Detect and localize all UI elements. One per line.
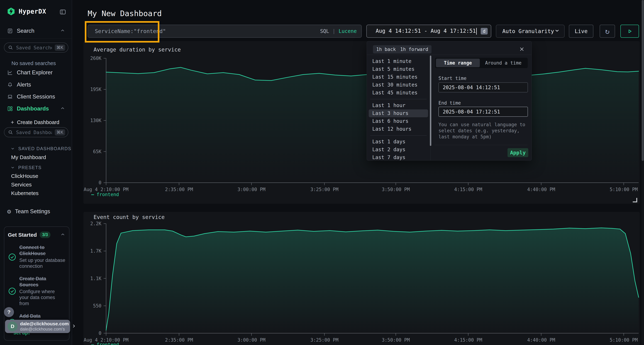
- legend-series-name: frontend: [96, 342, 119, 345]
- preset-link-label: Services: [11, 182, 32, 188]
- time-range-option[interactable]: Last 7 days: [367, 154, 430, 161]
- scrollbar-thumb[interactable]: [642, 0, 644, 161]
- time-range-option[interactable]: Last 1 minute: [367, 57, 430, 65]
- run-query-button[interactable]: [620, 25, 639, 38]
- sidebar-item-label: Alerts: [17, 81, 31, 88]
- y-axis-tick-label: 130K: [83, 117, 102, 123]
- chevron-right-icon: [71, 323, 76, 330]
- y-axis-tick-label: 0: [83, 330, 102, 336]
- query-input[interactable]: ServiceName:"frontend" SQL | Lucene: [88, 25, 362, 38]
- time-range-option[interactable]: Last 3 hours: [369, 109, 428, 117]
- sidebar-item-chart-explorer[interactable]: Chart Explorer: [0, 68, 72, 77]
- brand[interactable]: HyperDX: [7, 7, 46, 16]
- time-range-option[interactable]: Last 5 minutes: [367, 65, 430, 73]
- brand-name: HyperDX: [18, 8, 46, 15]
- saved-dashboards-search[interactable]: ⌘K: [4, 127, 68, 137]
- gear-icon: ⚙: [7, 208, 11, 215]
- chart-legend[interactable]: — frontend: [91, 192, 119, 197]
- legend-series-name: frontend: [96, 192, 119, 197]
- time-range-option[interactable]: Last 6 hours: [367, 117, 430, 125]
- close-icon[interactable]: [518, 45, 526, 53]
- search-list-icon: [7, 28, 13, 34]
- shortcut-badge: ⌘K: [55, 129, 65, 135]
- sidebar-collapse-icon[interactable]: [59, 8, 67, 16]
- line-chart: 05501.1K1.7K2.2KAug 4 2:10:00 PM2:35:00 …: [83, 212, 640, 345]
- x-axis-tick-label: Aug 4 2:10:00 PM: [68, 187, 144, 192]
- step-description: Configure where your data comes from: [19, 289, 66, 307]
- sidebar-item-team-settings[interactable]: ⚙ Team Settings: [0, 207, 72, 216]
- get-started-step[interactable]: Connect to ClickHouse Set up your databa…: [8, 245, 66, 269]
- chart-panel-avg-duration[interactable]: Average duration by service 065K130K195K…: [83, 41, 640, 204]
- query-language-toggle[interactable]: SQL | Lucene: [320, 28, 357, 34]
- tab-time-range[interactable]: Time range: [436, 59, 480, 67]
- sidebar-item-my-dashboard[interactable]: My Dashboard: [11, 154, 46, 161]
- time-range-option[interactable]: Last 2 days: [367, 146, 430, 154]
- section-saved-dashboards[interactable]: SAVED DASHBOARDS: [10, 145, 72, 152]
- refresh-button[interactable]: ↻: [600, 25, 615, 38]
- sidebar-item-kubernetes[interactable]: Kubernetes: [11, 190, 38, 197]
- live-button[interactable]: Live: [569, 25, 593, 38]
- account-menu[interactable]: D dale@clickhouse.com dale@clickhouse.co…: [5, 320, 70, 333]
- sidebar-item-label: Search: [17, 28, 34, 34]
- dashboard-link-label: My Dashboard: [11, 154, 46, 160]
- chart-explorer-icon: [7, 70, 13, 75]
- sidebar-item-clickhouse[interactable]: ClickHouse: [11, 172, 38, 180]
- create-dashboard-button[interactable]: + Create Dashboard: [11, 118, 60, 126]
- time-picker-tabs: Time range Around a time: [435, 58, 528, 68]
- search-icon: [8, 130, 13, 135]
- section-presets[interactable]: PRESETS: [10, 164, 42, 171]
- sidebar-item-services[interactable]: Services: [11, 181, 32, 188]
- time-range-list: Last 1 minuteLast 5 minutesLast 15 minut…: [367, 55, 430, 161]
- lucene-toggle[interactable]: Lucene: [339, 28, 357, 34]
- time-range-option[interactable]: Last 30 minutes: [367, 81, 430, 89]
- list-scrollbar[interactable]: [430, 56, 431, 146]
- time-range-option[interactable]: Last 45 minutes: [367, 89, 430, 97]
- time-range-option[interactable]: Last 12 hours: [367, 125, 430, 133]
- step-title: Connect to ClickHouse: [19, 245, 66, 257]
- get-started-step[interactable]: Create Data Sources Configure where your…: [8, 276, 66, 307]
- sidebar-item-dashboards[interactable]: Dashboards: [0, 104, 72, 113]
- saved-dashboards-input[interactable]: [16, 129, 52, 135]
- chevron-up-icon[interactable]: [60, 232, 66, 238]
- x-axis-tick-label: 2:35:00 PM: [142, 187, 217, 192]
- saved-searches-input[interactable]: [16, 45, 52, 50]
- sql-toggle[interactable]: SQL: [320, 28, 329, 34]
- section-title: PRESETS: [18, 165, 42, 170]
- y-axis-tick-label: 1.7K: [83, 248, 102, 254]
- page-scrollbar[interactable]: [642, 0, 644, 345]
- chevron-down-icon: [554, 28, 560, 35]
- sidebar-item-label: Dashboards: [17, 105, 49, 112]
- chevron-down-icon: [10, 146, 15, 151]
- keyboard-hint-badge: d: [481, 28, 488, 34]
- apply-button[interactable]: Apply: [508, 148, 528, 157]
- tab-around-a-time[interactable]: Around a time: [480, 59, 527, 67]
- help-button[interactable]: ?: [4, 307, 14, 317]
- sidebar-item-alerts[interactable]: Alerts: [0, 80, 72, 89]
- y-axis-tick-label: 195K: [83, 86, 102, 92]
- divider: [370, 99, 427, 99]
- chevron-up-icon[interactable]: [60, 106, 65, 112]
- chart-panel-event-count[interactable]: Event count by service 05501.1K1.7K2.2KA…: [83, 212, 640, 345]
- time-range-option[interactable]: Last 15 minutes: [367, 73, 430, 81]
- start-time-input[interactable]: [438, 82, 528, 92]
- granularity-value: Auto Granularity: [502, 28, 554, 34]
- shift-forward-button[interactable]: 1h forward: [397, 45, 432, 53]
- chart-legend[interactable]: — frontend: [91, 342, 119, 345]
- get-started-title: Get Started: [8, 232, 37, 238]
- granularity-select[interactable]: Auto Granularity: [496, 25, 564, 38]
- x-axis-tick-label: 2:35:00 PM: [142, 337, 217, 343]
- time-range-option[interactable]: Last 1 days: [367, 138, 430, 146]
- saved-searches-search[interactable]: ⌘K: [4, 42, 68, 52]
- laptop-icon: [7, 94, 13, 100]
- panel-resize-handle[interactable]: [633, 198, 637, 202]
- sidebar: HyperDX Search ⌘K No saved searches Char: [0, 0, 72, 345]
- time-range-input[interactable]: Aug 4 14:12:51 - Aug 4 17:12:51 d: [366, 25, 491, 38]
- shift-back-button[interactable]: 1h back: [373, 45, 399, 53]
- sidebar-item-client-sessions[interactable]: Client Sessions: [0, 92, 72, 101]
- chevron-up-icon[interactable]: [60, 28, 65, 34]
- step-title: Add Data: [19, 313, 66, 319]
- end-time-input[interactable]: [438, 107, 528, 117]
- time-range-option[interactable]: Last 1 hour: [367, 101, 430, 109]
- sidebar-item-search[interactable]: Search: [0, 26, 72, 35]
- x-axis-tick-label: 4:40:00 PM: [504, 337, 579, 343]
